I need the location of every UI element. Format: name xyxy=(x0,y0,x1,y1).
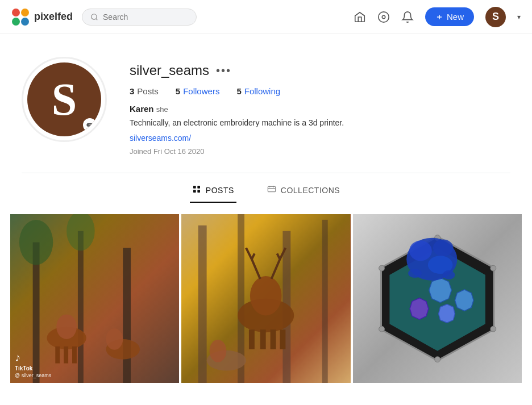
following-stat[interactable]: 5 Following xyxy=(236,86,280,96)
profile-avatar: S ✏ xyxy=(22,57,107,142)
post-thumb-3[interactable] xyxy=(353,214,522,383)
posts-tab-label: POSTS xyxy=(206,186,234,195)
user-avatar-letter: S xyxy=(492,11,499,23)
profile-avatar-inner: S ✏ xyxy=(27,62,101,136)
svg-point-22 xyxy=(56,314,77,339)
search-icon xyxy=(90,13,98,21)
navbar: pixelfed xyxy=(0,0,532,34)
posts-grid: ♪ TikTok @ silver_seams xyxy=(10,214,522,383)
svg-point-58 xyxy=(408,269,422,278)
followers-label[interactable]: Followers xyxy=(183,86,219,96)
profile-header: S ✏ silver_seams ••• 3 Posts 5 Followers xyxy=(22,57,510,156)
tiktok-handle: @ silver_seams xyxy=(15,373,51,378)
svg-rect-32 xyxy=(322,220,328,383)
posts-label: Posts xyxy=(137,86,159,96)
posts-tab-icon xyxy=(192,185,201,196)
profile-joined: Joined Fri Oct 16 2020 xyxy=(130,147,510,156)
svg-point-7 xyxy=(382,15,385,19)
user-menu-caret[interactable]: ▾ xyxy=(517,13,521,21)
post-image-2 xyxy=(181,214,350,383)
svg-point-34 xyxy=(250,276,282,315)
search-bar xyxy=(82,9,197,26)
svg-marker-52 xyxy=(410,298,429,320)
profile-bio: Technically, an electronic embroidery ma… xyxy=(130,117,510,129)
svg-rect-11 xyxy=(197,186,200,189)
svg-rect-14 xyxy=(268,186,275,191)
svg-point-19 xyxy=(19,220,53,265)
tabs-container: POSTS COLLECTIONS xyxy=(10,173,522,208)
svg-point-0 xyxy=(12,9,20,16)
svg-point-1 xyxy=(21,9,29,16)
tiktok-badge: ♪ TikTok @ silver_seams xyxy=(15,351,51,378)
notifications-button[interactable] xyxy=(401,11,414,23)
svg-point-3 xyxy=(21,18,29,26)
home-icon xyxy=(354,11,366,23)
posts-count: 3 xyxy=(130,86,134,96)
profile-container: S ✏ silver_seams ••• 3 Posts 5 Followers xyxy=(10,34,522,173)
post-image-3 xyxy=(353,214,522,383)
following-count: 5 xyxy=(236,86,241,96)
svg-rect-18 xyxy=(123,248,131,383)
svg-point-46 xyxy=(490,326,496,332)
collections-tab-label: COLLECTIONS xyxy=(281,186,340,195)
profile-info: silver_seams ••• 3 Posts 5 Followers 5 F… xyxy=(130,57,510,156)
search-input[interactable] xyxy=(103,12,188,22)
home-button[interactable] xyxy=(354,11,366,23)
svg-rect-24 xyxy=(64,346,68,364)
tiktok-app-name: TikTok xyxy=(15,365,51,371)
avatar-letter: S xyxy=(52,74,77,126)
svg-marker-50 xyxy=(429,278,451,303)
svg-point-59 xyxy=(442,270,455,279)
svg-point-49 xyxy=(379,265,384,271)
new-button-label: New xyxy=(447,12,464,22)
collections-icon xyxy=(267,185,276,194)
svg-point-2 xyxy=(12,18,20,26)
tab-posts[interactable]: POSTS xyxy=(190,179,236,203)
profile-stats: 3 Posts 5 Followers 5 Following xyxy=(130,86,510,96)
plus-icon xyxy=(435,13,443,21)
tab-collections[interactable]: COLLECTIONS xyxy=(265,179,342,203)
svg-rect-12 xyxy=(193,190,196,193)
profile-website[interactable]: silverseams.com/ xyxy=(130,133,510,143)
svg-rect-25 xyxy=(72,346,77,364)
posts-stat: 3 Posts xyxy=(130,86,159,96)
profile-username: silver_seams xyxy=(130,62,209,78)
svg-rect-35 xyxy=(249,329,255,349)
svg-point-45 xyxy=(490,265,496,271)
nav-icons: New S ▾ xyxy=(354,7,521,27)
svg-rect-13 xyxy=(197,190,200,193)
svg-point-47 xyxy=(434,357,440,362)
logo-link[interactable]: pixelfed xyxy=(11,8,73,26)
profile-display-name: Karen she xyxy=(130,104,510,114)
tiktok-logo-icon: ♪ xyxy=(15,351,51,364)
post-overlay-1: ♪ TikTok @ silver_seams xyxy=(10,214,179,383)
svg-rect-36 xyxy=(260,329,266,349)
svg-point-48 xyxy=(379,326,384,332)
new-button[interactable]: New xyxy=(425,7,474,26)
followers-count: 5 xyxy=(176,86,180,96)
svg-rect-29 xyxy=(198,226,207,383)
svg-rect-38 xyxy=(280,329,286,349)
svg-point-27 xyxy=(106,328,123,350)
logo-text: pixelfed xyxy=(34,11,73,23)
profile-more-button[interactable]: ••• xyxy=(216,64,231,77)
followers-stat[interactable]: 5 Followers xyxy=(176,86,220,96)
svg-point-6 xyxy=(379,11,389,22)
collections-tab-icon xyxy=(267,185,276,196)
user-avatar-button[interactable]: S xyxy=(485,7,506,27)
profile-name-row: silver_seams ••• xyxy=(130,62,510,78)
svg-line-5 xyxy=(96,18,98,20)
explore-icon xyxy=(377,11,390,23)
post-thumb-2[interactable] xyxy=(181,214,350,383)
svg-rect-17 xyxy=(78,231,84,383)
display-name-text: Karen xyxy=(130,104,154,114)
post-thumb-1[interactable]: ♪ TikTok @ silver_seams xyxy=(10,214,179,383)
pronoun-text: she xyxy=(156,105,168,114)
explore-button[interactable] xyxy=(377,11,390,23)
following-label[interactable]: Following xyxy=(244,86,280,96)
bell-icon xyxy=(401,11,414,23)
edit-avatar-icon[interactable]: ✏ xyxy=(83,118,97,132)
svg-point-55 xyxy=(409,241,432,261)
grid-icon xyxy=(192,185,201,194)
svg-rect-37 xyxy=(271,329,276,349)
